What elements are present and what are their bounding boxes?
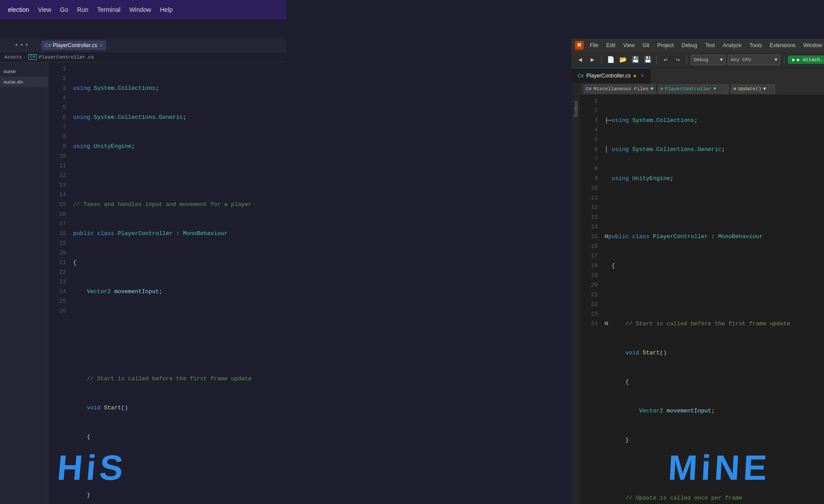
unity-line-numbers: 1 2 3 4 5 6 7 8 9 10 11 12 13 14 15 16 1… <box>48 63 70 504</box>
code-content[interactable]: 1 2 3 4 5 6 7 8 9 10 11 12 13 14 <box>580 95 824 504</box>
unity-file-tab-playercontroller[interactable]: C# PlayerController.cs × <box>41 40 106 50</box>
menu-run[interactable]: Run <box>73 4 93 16</box>
vs-menu-git[interactable]: Git <box>639 40 653 50</box>
menu-selection[interactable]: election <box>4 4 33 16</box>
editor-subtoolbar: C# Miscellaneous Files ▼ ⊕ PlayerControl… <box>580 83 824 95</box>
line-numbers: 1 2 3 4 5 6 7 8 9 10 11 12 13 14 <box>580 95 601 504</box>
handwritten-mine: MiNE <box>667 448 772 488</box>
toolbar-platform[interactable]: Any CPU ▼ <box>728 55 780 65</box>
menu-help[interactable]: Help <box>155 4 177 16</box>
vscode-icon: M <box>575 41 584 50</box>
subtoolbar-class-dropdown[interactable]: ⊕ PlayerController ▼ <box>658 85 728 93</box>
vscode-editor-main: Toolbox C# Miscellaneous Files ▼ ⊕ Playe… <box>571 83 824 504</box>
vs-menu-window[interactable]: Window <box>800 40 824 50</box>
vs-menu-extensions[interactable]: Extensions <box>766 40 799 50</box>
vscode-titlebar: M File Edit View Git Project Debug Test … <box>571 39 824 52</box>
toolbar-open[interactable]: 📂 <box>618 55 628 65</box>
vs-code-lines[interactable]: ├─using System.Collections; │ using Syst… <box>601 95 824 504</box>
unity-code-lines[interactable]: using System.Collections; using System.C… <box>70 63 286 504</box>
toolbar-solution-config[interactable]: Debug ▼ <box>691 55 726 65</box>
subtoolbar-files-dropdown[interactable]: C# Miscellaneous Files ▼ <box>584 85 655 93</box>
unity-tab-dots[interactable]: ••• <box>4 41 40 49</box>
vs-menu-test[interactable]: Test <box>702 40 718 50</box>
vs-menu-project[interactable]: Project <box>654 40 677 50</box>
toolbar-sep4 <box>784 55 784 64</box>
vs-menu-file[interactable]: File <box>586 40 602 50</box>
menu-view[interactable]: View <box>33 4 55 16</box>
vs-menu-analyze[interactable]: Analyze <box>719 40 745 50</box>
toolbar-redo[interactable]: ↪ <box>673 55 683 65</box>
unity-tab-close[interactable]: × <box>100 43 103 48</box>
subtoolbar-method-dropdown[interactable]: ⊕ Update() ▼ <box>731 85 775 93</box>
handwritten-his: HiS <box>55 448 128 488</box>
menu-window[interactable]: Window <box>125 4 156 16</box>
vs-menu-view[interactable]: View <box>620 40 638 50</box>
vscode-toolbar: ◀ ▶ 📄 📂 💾 💾 ↩ ↪ Debug ▼ Any CPU ▼ ▶ ▶ At… <box>571 52 824 68</box>
toolbox-label: Toolbox <box>573 101 578 118</box>
tab-playercontroller[interactable]: C# PlayerController.cs ● × <box>571 68 651 83</box>
toolbar-back[interactable]: ◀ <box>575 55 585 65</box>
sidebar-item-urse[interactable]: ourse <box>0 66 48 77</box>
vs-menu-debug[interactable]: Debug <box>678 40 701 50</box>
toolbar-new[interactable]: 📄 <box>605 55 616 65</box>
vscode-menubar: File Edit View Git Project Debug Test An… <box>586 40 824 50</box>
vs-menu-tools[interactable]: Tools <box>746 40 765 50</box>
toolbar-save-all[interactable]: 💾 <box>642 55 653 65</box>
vscode-panel: M File Edit View Git Project Debug Test … <box>571 39 824 504</box>
unity-code-area: ourse ourse.sln 1 2 3 4 5 6 7 8 9 10 11 … <box>0 63 286 504</box>
toolbox-panel: Toolbox <box>571 83 580 504</box>
toolbar-sep1 <box>601 55 602 64</box>
vs-menu-edit[interactable]: Edit <box>603 40 619 50</box>
unity-file-tabs: ••• C# PlayerController.cs × <box>0 39 286 52</box>
unity-editor-panel: ••• C# PlayerController.cs × Assets › C#… <box>0 39 286 504</box>
vscode-code-editor[interactable]: C# Miscellaneous Files ▼ ⊕ PlayerControl… <box>580 83 824 504</box>
menu-terminal[interactable]: Terminal <box>93 4 125 16</box>
toolbar-sep3 <box>687 55 687 64</box>
unity-sidebar: ourse ourse.sln <box>0 63 48 504</box>
tab-close-btn[interactable]: × <box>641 73 644 79</box>
unity-breadcrumb: Assets › C# PlayerController.cs <box>0 52 286 63</box>
toolbar-save[interactable]: 💾 <box>630 55 640 65</box>
toolbar-sep2 <box>656 55 657 64</box>
toolbar-attach[interactable]: ▶ ▶ Attach... <box>788 55 824 64</box>
unity-menubar[interactable]: election View Go Run Terminal Window Hel… <box>0 0 286 19</box>
menu-go[interactable]: Go <box>55 4 73 16</box>
sidebar-item-urse-sln[interactable]: ourse.sln <box>0 77 48 87</box>
toolbar-undo[interactable]: ↩ <box>660 55 671 65</box>
vscode-tab-bar: C# PlayerController.cs ● × <box>571 68 824 83</box>
toolbar-forward[interactable]: ▶ <box>587 55 598 65</box>
